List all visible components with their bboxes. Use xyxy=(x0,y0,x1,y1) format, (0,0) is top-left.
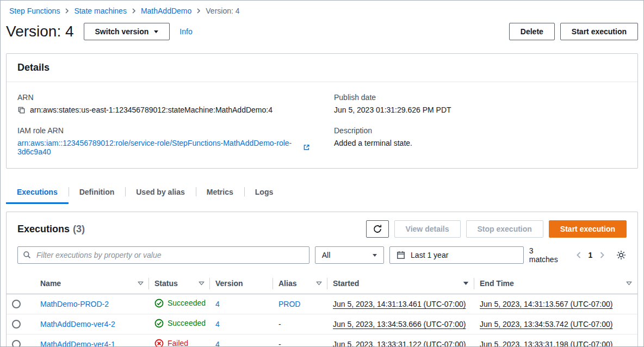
publish-date-field: Publish date Jun 5, 2023 01:31:29.626 PM… xyxy=(334,93,627,114)
refresh-button[interactable] xyxy=(366,220,389,238)
publish-date-value: Jun 5, 2023 01:31:29.626 PM PDT xyxy=(334,106,451,114)
executions-count: (3) xyxy=(73,224,85,234)
next-page-button[interactable] xyxy=(596,247,608,263)
status-badge: Succeeded xyxy=(154,319,206,328)
chevron-right-icon xyxy=(600,252,604,258)
gear-icon xyxy=(616,250,627,261)
sorted-desc-icon xyxy=(463,281,469,286)
breadcrumb-current: Version: 4 xyxy=(206,7,239,15)
column-header-version[interactable]: Version xyxy=(210,274,273,294)
tab-metrics[interactable]: Metrics xyxy=(196,182,244,204)
caret-down-icon xyxy=(154,30,158,33)
tab-definition[interactable]: Definition xyxy=(69,182,126,204)
breadcrumb-state-machine-name[interactable]: MathAddDemo xyxy=(141,7,191,15)
info-link[interactable]: Info xyxy=(179,27,192,36)
executions-table: Name Status Version Alias Started xyxy=(7,274,637,347)
row-select-radio[interactable] xyxy=(12,300,21,308)
match-count: 3 matches xyxy=(529,246,564,264)
delete-button[interactable]: Delete xyxy=(509,23,555,40)
description-value: Added a terminal state. xyxy=(334,139,412,147)
breadcrumb: Step Functions State machines MathAddDem… xyxy=(1,1,643,17)
column-header-name[interactable]: Name xyxy=(35,274,149,294)
table-row: MathAddDemo-ver4-2 Succeeded 4 - Jun 5, … xyxy=(7,314,637,334)
sort-caret-icon xyxy=(199,281,205,286)
sort-caret-icon xyxy=(316,281,322,286)
iam-role-link[interactable]: arn:aws:iam::123456789012:role/service-r… xyxy=(17,139,299,156)
alias-value: - xyxy=(278,320,281,329)
table-header-row: Name Status Version Alias Started xyxy=(7,274,637,294)
tab-bar: Executions Definition Used by alias Metr… xyxy=(1,182,643,204)
status-badge: Failed xyxy=(154,339,188,347)
select-column-header xyxy=(7,274,35,294)
chevron-right-icon xyxy=(65,8,69,14)
version-link[interactable]: 4 xyxy=(215,320,220,329)
alias-value: - xyxy=(278,340,281,347)
version-link[interactable]: 4 xyxy=(215,300,220,308)
arn-label: ARN xyxy=(17,93,310,102)
external-link-icon xyxy=(303,144,310,151)
chevron-right-icon xyxy=(132,8,136,14)
header-start-execution-button[interactable]: Start execution xyxy=(560,23,638,40)
started-timestamp: Jun 5, 2023, 14:31:13.461 (UTC-07:00) xyxy=(333,300,466,308)
column-header-status[interactable]: Status xyxy=(149,274,210,294)
tab-logs[interactable]: Logs xyxy=(244,182,284,204)
switch-version-button[interactable]: Switch version xyxy=(84,23,170,40)
iam-role-label: IAM role ARN xyxy=(17,126,310,135)
details-panel: Details ARN arn:aws:states:us-east-1:123… xyxy=(6,53,638,169)
execution-name-link[interactable]: MathAddDemo-ver4-2 xyxy=(40,320,115,329)
executions-title: Executions xyxy=(17,224,70,234)
succeeded-icon xyxy=(154,299,164,308)
executions-panel: Executions(3) View details Stop executio… xyxy=(6,212,638,347)
sort-caret-icon xyxy=(138,281,144,286)
end-timestamp: Jun 5, 2023, 13:33:31.198 (UTC-07:00) xyxy=(480,340,612,347)
page-number[interactable]: 1 xyxy=(584,251,596,259)
copy-icon[interactable] xyxy=(17,106,26,114)
search-icon xyxy=(23,251,31,259)
end-timestamp: Jun 5, 2023, 13:34:53.742 (UTC-07:00) xyxy=(480,320,612,329)
details-title: Details xyxy=(17,62,49,73)
end-timestamp: Jun 5, 2023, 14:31:13.567 (UTC-07:00) xyxy=(480,300,612,308)
started-timestamp: Jun 5, 2023, 13:33:31.122 (UTC-07:00) xyxy=(333,340,466,347)
preferences-button[interactable] xyxy=(616,250,627,261)
date-range-picker[interactable]: Last 1 year xyxy=(389,246,524,264)
breadcrumb-step-functions[interactable]: Step Functions xyxy=(9,7,60,15)
filter-executions-input[interactable] xyxy=(17,246,309,264)
succeeded-icon xyxy=(154,319,164,328)
table-row: MathAddDemo-ver4-1 Failed 4 - Jun 5, 202… xyxy=(7,334,637,347)
status-filter-select[interactable]: All xyxy=(315,246,384,264)
breadcrumb-state-machines[interactable]: State machines xyxy=(74,7,127,15)
description-label: Description xyxy=(334,126,627,135)
execution-name-link[interactable]: MathAddDemo-ver4-1 xyxy=(40,340,115,347)
tab-used-by-alias[interactable]: Used by alias xyxy=(125,182,196,204)
caret-down-icon xyxy=(373,254,377,257)
view-details-button[interactable]: View details xyxy=(394,220,461,238)
arn-field: ARN arn:aws:states:us-east-1:12345678901… xyxy=(17,93,310,114)
page-title: Version: 4 xyxy=(6,23,74,40)
column-header-started[interactable]: Started xyxy=(327,274,474,294)
execution-name-link[interactable]: MathDemo-PROD-2 xyxy=(40,300,109,308)
sort-caret-icon xyxy=(626,281,632,286)
stop-execution-button[interactable]: Stop execution xyxy=(466,220,543,238)
version-link[interactable]: 4 xyxy=(215,340,220,347)
chevron-left-icon xyxy=(577,252,581,258)
failed-icon xyxy=(154,339,164,347)
description-field: Description Added a terminal state. xyxy=(334,126,627,147)
filter-toolbar: All Last 1 year 3 matches 1 xyxy=(7,243,637,274)
row-select-radio[interactable] xyxy=(12,340,21,347)
chevron-right-icon xyxy=(196,8,201,14)
table-row: MathDemo-PROD-2 Succeeded 4 PROD Jun 5, … xyxy=(7,294,637,314)
row-select-radio[interactable] xyxy=(12,320,21,329)
alias-link[interactable]: PROD xyxy=(278,300,300,308)
executions-panel-header: Executions(3) View details Stop executio… xyxy=(7,212,637,243)
refresh-icon xyxy=(373,224,382,234)
arn-value: arn:aws:states:us-east-1:123456789012:st… xyxy=(30,106,273,114)
column-header-alias[interactable]: Alias xyxy=(273,274,327,294)
status-badge: Succeeded xyxy=(154,299,206,308)
tab-executions[interactable]: Executions xyxy=(6,182,69,204)
calendar-icon xyxy=(397,251,405,259)
page-header: Version: 4 Switch version Info Delete St… xyxy=(1,17,643,53)
start-execution-button[interactable]: Start execution xyxy=(549,220,627,238)
previous-page-button[interactable] xyxy=(573,247,585,263)
details-panel-header: Details xyxy=(7,54,637,82)
column-header-end-time[interactable]: End Time xyxy=(474,274,637,294)
